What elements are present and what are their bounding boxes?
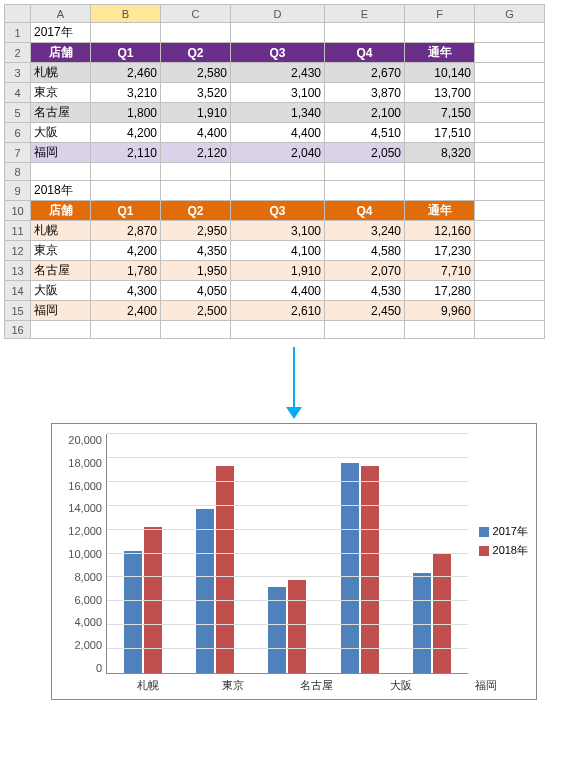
bar [216, 466, 234, 673]
total-cell[interactable]: 10,140 [405, 63, 475, 83]
data-cell[interactable]: 2,070 [325, 261, 405, 281]
store-cell[interactable]: 札幌 [31, 221, 91, 241]
row-4: 4 東京 3,210 3,520 3,100 3,870 13,700 [5, 83, 545, 103]
hdr-q2[interactable]: Q2 [161, 201, 231, 221]
store-cell[interactable]: 札幌 [31, 63, 91, 83]
year-2018-label[interactable]: 2018年 [31, 181, 91, 201]
data-cell[interactable]: 4,050 [161, 281, 231, 301]
y-tick-label: 2,000 [60, 639, 102, 651]
data-cell[interactable]: 1,340 [231, 103, 325, 123]
data-cell[interactable]: 3,870 [325, 83, 405, 103]
total-cell[interactable]: 7,150 [405, 103, 475, 123]
bar [341, 463, 359, 673]
total-cell[interactable]: 13,700 [405, 83, 475, 103]
data-cell[interactable]: 4,200 [91, 241, 161, 261]
hdr-store[interactable]: 店舗 [31, 43, 91, 63]
data-cell[interactable]: 4,530 [325, 281, 405, 301]
hdr-q4[interactable]: Q4 [325, 43, 405, 63]
data-cell[interactable]: 3,100 [231, 83, 325, 103]
data-cell[interactable]: 4,580 [325, 241, 405, 261]
store-cell[interactable]: 大阪 [31, 123, 91, 143]
hdr-q1[interactable]: Q1 [91, 43, 161, 63]
data-cell[interactable]: 4,400 [231, 123, 325, 143]
data-cell[interactable]: 3,240 [325, 221, 405, 241]
data-cell[interactable]: 2,120 [161, 143, 231, 163]
year-2017-label[interactable]: 2017年 [31, 23, 91, 43]
data-cell[interactable]: 2,040 [231, 143, 325, 163]
hdr-q3[interactable]: Q3 [231, 43, 325, 63]
data-cell[interactable]: 4,200 [91, 123, 161, 143]
store-cell[interactable]: 東京 [31, 83, 91, 103]
col-G[interactable]: G [475, 5, 545, 23]
total-cell[interactable]: 7,710 [405, 261, 475, 281]
hdr-total[interactable]: 通年 [405, 43, 475, 63]
rownum[interactable]: 1 [5, 23, 31, 43]
hdr-q2[interactable]: Q2 [161, 43, 231, 63]
total-cell[interactable]: 17,510 [405, 123, 475, 143]
legend-item-2017: 2017年 [479, 524, 528, 539]
data-cell[interactable]: 2,610 [231, 301, 325, 321]
data-cell[interactable]: 2,670 [325, 63, 405, 83]
bar-chart: 20,00018,00016,00014,00012,00010,0008,00… [51, 423, 537, 700]
total-cell[interactable]: 8,320 [405, 143, 475, 163]
row-10: 10 店舗 Q1 Q2 Q3 Q4 通年 [5, 201, 545, 221]
data-cell[interactable]: 3,520 [161, 83, 231, 103]
data-cell[interactable]: 4,510 [325, 123, 405, 143]
data-cell[interactable]: 1,910 [231, 261, 325, 281]
data-cell[interactable]: 2,500 [161, 301, 231, 321]
hdr-q4[interactable]: Q4 [325, 201, 405, 221]
total-cell[interactable]: 9,960 [405, 301, 475, 321]
y-tick-label: 0 [60, 662, 102, 674]
col-E[interactable]: E [325, 5, 405, 23]
data-cell[interactable]: 4,400 [161, 123, 231, 143]
store-cell[interactable]: 福岡 [31, 143, 91, 163]
store-cell[interactable]: 名古屋 [31, 103, 91, 123]
store-cell[interactable]: 東京 [31, 241, 91, 261]
row-7: 7 福岡 2,110 2,120 2,040 2,050 8,320 [5, 143, 545, 163]
col-B[interactable]: B [91, 5, 161, 23]
hdr-q3[interactable]: Q3 [231, 201, 325, 221]
data-cell[interactable]: 1,800 [91, 103, 161, 123]
data-cell[interactable]: 4,400 [231, 281, 325, 301]
data-cell[interactable]: 2,950 [161, 221, 231, 241]
col-C[interactable]: C [161, 5, 231, 23]
data-cell[interactable]: 1,910 [161, 103, 231, 123]
data-cell[interactable]: 3,210 [91, 83, 161, 103]
data-cell[interactable]: 2,450 [325, 301, 405, 321]
data-cell[interactable]: 2,100 [325, 103, 405, 123]
legend-item-2018: 2018年 [479, 543, 528, 558]
store-cell[interactable]: 福岡 [31, 301, 91, 321]
legend-swatch-icon [479, 546, 489, 556]
data-cell[interactable]: 4,100 [231, 241, 325, 261]
corner-cell[interactable] [5, 5, 31, 23]
store-cell[interactable]: 名古屋 [31, 261, 91, 281]
y-tick-label: 14,000 [60, 502, 102, 514]
data-cell[interactable]: 4,300 [91, 281, 161, 301]
hdr-store[interactable]: 店舗 [31, 201, 91, 221]
total-cell[interactable]: 17,280 [405, 281, 475, 301]
data-cell[interactable]: 2,400 [91, 301, 161, 321]
data-cell[interactable]: 2,110 [91, 143, 161, 163]
hdr-total[interactable]: 通年 [405, 201, 475, 221]
bar [288, 580, 306, 673]
bar [433, 553, 451, 673]
data-cell[interactable]: 1,780 [91, 261, 161, 281]
col-D[interactable]: D [231, 5, 325, 23]
data-cell[interactable]: 2,870 [91, 221, 161, 241]
col-A[interactable]: A [31, 5, 91, 23]
store-cell[interactable]: 大阪 [31, 281, 91, 301]
data-cell[interactable]: 1,950 [161, 261, 231, 281]
rownum[interactable]: 2 [5, 43, 31, 63]
data-cell[interactable]: 2,580 [161, 63, 231, 83]
data-cell[interactable]: 2,050 [325, 143, 405, 163]
col-F[interactable]: F [405, 5, 475, 23]
spreadsheet[interactable]: A B C D E F G 1 2017年 2 店舗 Q1 Q2 Q3 Q4 通… [4, 4, 545, 339]
data-cell[interactable]: 2,430 [231, 63, 325, 83]
total-cell[interactable]: 12,160 [405, 221, 475, 241]
total-cell[interactable]: 17,230 [405, 241, 475, 261]
legend-swatch-icon [479, 527, 489, 537]
data-cell[interactable]: 4,350 [161, 241, 231, 261]
data-cell[interactable]: 2,460 [91, 63, 161, 83]
data-cell[interactable]: 3,100 [231, 221, 325, 241]
hdr-q1[interactable]: Q1 [91, 201, 161, 221]
